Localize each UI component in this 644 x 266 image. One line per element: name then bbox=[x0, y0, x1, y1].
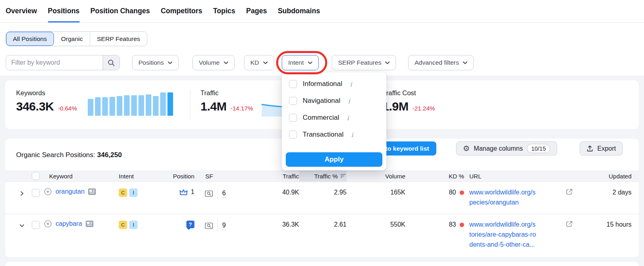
crown-icon bbox=[179, 188, 188, 196]
kd-value: 83 bbox=[449, 221, 456, 228]
select-all-checkbox[interactable] bbox=[32, 172, 40, 180]
export-button[interactable]: Export bbox=[580, 141, 623, 156]
positions-filter-label: Positions bbox=[138, 59, 164, 66]
keyword-link[interactable]: orangutan bbox=[56, 188, 85, 195]
manage-columns-button[interactable]: ⚙ Manage columns 10/15 bbox=[456, 141, 557, 156]
tab-competitors[interactable]: Competitors bbox=[161, 0, 202, 22]
external-link-icon[interactable] bbox=[566, 221, 573, 227]
expand-row-button[interactable] bbox=[5, 182, 28, 196]
chevron-right-icon bbox=[19, 191, 25, 196]
traffic-stat-value: 1.4M bbox=[200, 100, 227, 113]
tab-subdomains[interactable]: Subdomains bbox=[278, 0, 320, 22]
sf-count[interactable]: 6 bbox=[222, 190, 226, 198]
column-header-keyword[interactable]: Keyword bbox=[44, 173, 119, 180]
traffic-value: 36.3K bbox=[239, 214, 299, 228]
column-header-updated[interactable]: Updated bbox=[585, 173, 639, 180]
serp-preview-icon[interactable] bbox=[205, 223, 213, 229]
info-icon[interactable]: i bbox=[347, 114, 349, 122]
serp-snapshot-icon[interactable] bbox=[86, 221, 93, 227]
toggle-organic[interactable]: Organic bbox=[54, 32, 90, 46]
tab-pages[interactable]: Pages bbox=[246, 0, 267, 22]
position-value: 1 bbox=[191, 188, 194, 196]
tab-topics[interactable]: Topics bbox=[213, 0, 235, 22]
column-header-traffic[interactable]: Traffic bbox=[239, 173, 299, 180]
checkbox[interactable] bbox=[289, 97, 297, 105]
chevron-down-icon bbox=[263, 61, 268, 64]
intent-option-commercial[interactable]: Commercial i bbox=[282, 109, 386, 126]
kd-difficulty-dot bbox=[460, 223, 464, 227]
url-link[interactable]: www.worldwildlife.org/s bbox=[469, 219, 566, 229]
intent-filter-dropdown[interactable]: Intent bbox=[282, 55, 319, 70]
tab-position-changes[interactable]: Position Changes bbox=[91, 0, 150, 22]
traffic-cost-stat: Traffic Cost 1.9M -21.24% bbox=[382, 89, 435, 113]
checkbox[interactable] bbox=[289, 131, 297, 139]
column-header-intent[interactable]: Intent bbox=[119, 173, 169, 180]
toggle-serp-features[interactable]: SERP Features bbox=[90, 32, 147, 46]
intent-option-label: Navigational bbox=[303, 97, 341, 105]
positions-filter-dropdown[interactable]: Positions bbox=[132, 55, 179, 70]
table-title: Organic Search Positions: 346,250 bbox=[16, 151, 122, 159]
sf-count[interactable]: 9 bbox=[222, 222, 226, 230]
traffic-pct-value: 2.95 bbox=[299, 182, 347, 196]
position-type-toggle: All Positions Organic SERP Features bbox=[6, 31, 147, 46]
serp-snapshot-icon[interactable] bbox=[88, 188, 96, 195]
column-header-sf[interactable]: SF bbox=[205, 173, 239, 180]
serp-features-filter-dropdown[interactable]: SERP Features bbox=[332, 55, 396, 70]
add-keyword-icon[interactable] bbox=[44, 220, 52, 228]
checkbox[interactable] bbox=[289, 114, 297, 122]
cell-divider bbox=[217, 220, 218, 231]
traffic-cost-stat-change: -21.24% bbox=[413, 105, 435, 112]
column-header-position[interactable]: Position bbox=[169, 173, 205, 180]
intent-badge-informational[interactable]: I bbox=[129, 221, 138, 229]
intent-option-label: Commercial bbox=[303, 114, 339, 122]
add-keyword-icon[interactable] bbox=[44, 188, 52, 196]
intent-option-navigational[interactable]: Navigational i bbox=[282, 92, 386, 109]
traffic-pct-value: 2.61 bbox=[299, 214, 347, 228]
external-link-icon[interactable] bbox=[566, 188, 573, 195]
tab-positions[interactable]: Positions bbox=[48, 0, 80, 22]
column-header-kd[interactable]: KD % bbox=[405, 173, 464, 180]
intent-option-informational[interactable]: Informational i bbox=[282, 76, 386, 92]
keyword-link[interactable]: capybara bbox=[56, 220, 82, 227]
row-checkbox[interactable] bbox=[32, 189, 40, 197]
intent-badge-commercial[interactable]: C bbox=[119, 221, 127, 229]
table-column-headers: Keyword Intent Position SF Traffic Traff… bbox=[5, 170, 639, 182]
apply-button[interactable]: Apply bbox=[286, 152, 382, 167]
intent-badge-informational[interactable]: I bbox=[129, 188, 138, 197]
collapse-row-button[interactable] bbox=[5, 214, 28, 228]
keywords-stat-change: -0.64% bbox=[58, 105, 77, 112]
column-header-traffic-pct[interactable]: Traffic % bbox=[299, 170, 347, 182]
apply-button-label: Apply bbox=[324, 156, 343, 164]
intent-badge-commercial[interactable]: C bbox=[119, 188, 127, 197]
checkbox[interactable] bbox=[289, 80, 297, 88]
traffic-stat-label: Traffic bbox=[200, 89, 253, 97]
columns-count-badge: 10/15 bbox=[527, 144, 550, 153]
tab-overview[interactable]: Overview bbox=[6, 0, 37, 22]
volume-value: 165K bbox=[347, 182, 405, 196]
keywords-stat-label: Keywords bbox=[16, 89, 77, 97]
export-icon bbox=[586, 145, 593, 152]
chevron-down-icon bbox=[19, 223, 25, 228]
url-link[interactable]: dents-and-5-other-ca... bbox=[469, 239, 566, 250]
keywords-bar-chart bbox=[88, 92, 175, 116]
serp-preview-icon[interactable] bbox=[205, 190, 213, 197]
url-link[interactable]: pecies/orangutan bbox=[469, 197, 566, 207]
search-button[interactable] bbox=[103, 55, 120, 70]
row-checkbox[interactable] bbox=[32, 221, 40, 229]
volume-filter-dropdown[interactable]: Volume bbox=[192, 55, 235, 70]
kd-filter-dropdown[interactable]: KD bbox=[244, 55, 274, 70]
info-icon[interactable]: i bbox=[351, 131, 353, 139]
intent-option-transactional[interactable]: Transactional i bbox=[282, 126, 386, 143]
column-header-url[interactable]: URL bbox=[464, 173, 585, 180]
toggle-all-positions[interactable]: All Positions bbox=[6, 32, 54, 46]
intent-option-label: Transactional bbox=[303, 131, 343, 139]
updated-value: 2 days bbox=[585, 182, 639, 196]
keyword-filter-input[interactable] bbox=[6, 55, 103, 70]
url-link[interactable]: www.worldwildlife.org/s bbox=[469, 187, 566, 197]
info-icon[interactable]: i bbox=[348, 97, 350, 105]
info-icon[interactable]: i bbox=[350, 80, 352, 88]
column-header-volume[interactable]: Volume bbox=[347, 173, 405, 180]
export-label: Export bbox=[597, 145, 616, 152]
advanced-filters-dropdown[interactable]: Advanced filters bbox=[408, 55, 474, 70]
url-link[interactable]: tories/are-capybaras-ro bbox=[469, 229, 566, 239]
